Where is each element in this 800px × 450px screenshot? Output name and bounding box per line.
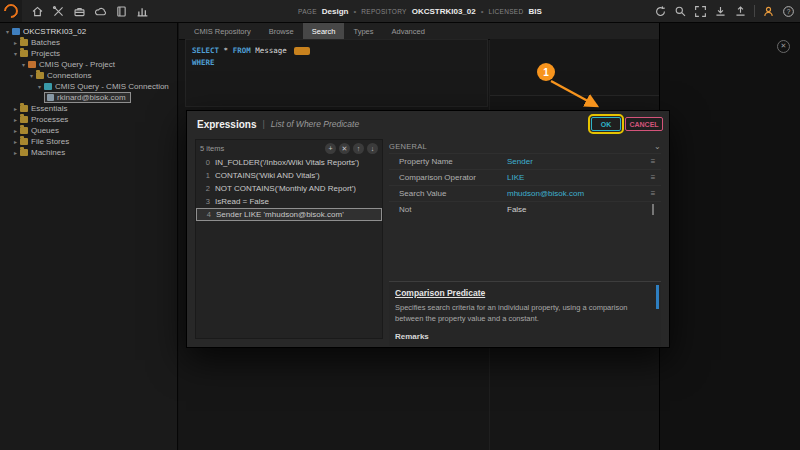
move-down-icon[interactable]: ↓ bbox=[367, 143, 378, 154]
sidebar-item-rkinard[interactable]: rkinard@bisok.com bbox=[0, 92, 177, 103]
tree-item-label: Projects bbox=[31, 49, 60, 58]
sidebar-item-projects[interactable]: ▾ Projects bbox=[0, 48, 177, 59]
property-row[interactable]: Comparison Operator LIKE ≡ bbox=[389, 169, 661, 185]
sidebar-item-connections[interactable]: ▾ Connections bbox=[0, 70, 177, 81]
tree-item-label: Machines bbox=[31, 148, 65, 157]
licensed-value: BIS bbox=[528, 7, 541, 16]
list-item-index: 0 bbox=[198, 158, 210, 167]
expander-icon[interactable]: ▸ bbox=[12, 116, 19, 123]
page-label: PAGE bbox=[298, 8, 317, 15]
briefcase-icon[interactable] bbox=[73, 5, 86, 18]
delete-icon[interactable]: ✕ bbox=[339, 143, 350, 154]
help-scrollbar[interactable] bbox=[656, 285, 659, 309]
tools-icon[interactable] bbox=[52, 5, 65, 18]
cmis-query-editor[interactable]: SELECT * FROM Message WHERE bbox=[185, 39, 488, 107]
list-item-text: IsRead = False bbox=[215, 197, 269, 206]
tab-search[interactable]: Search bbox=[303, 23, 345, 39]
property-label: Search Value bbox=[389, 189, 507, 198]
checkbox-icon[interactable] bbox=[645, 205, 661, 214]
home-icon[interactable] bbox=[31, 5, 44, 18]
sidebar-item-cmis-query-project[interactable]: ▾ CMIS Query - Project bbox=[0, 59, 177, 70]
property-value[interactable]: Sender bbox=[507, 157, 645, 166]
expander-icon[interactable]: ▾ bbox=[4, 28, 11, 35]
sidebar-item-processes[interactable]: ▸ Processes bbox=[0, 114, 177, 125]
book-icon[interactable] bbox=[115, 5, 128, 18]
list-item-text: IN_FOLDER('/Inbox/Wiki Vitals Reports') bbox=[215, 158, 359, 167]
sidebar-item-cmis-query-cmis-connection[interactable]: ▾ CMIS Query - CMIS Connection bbox=[0, 81, 177, 92]
cloud-icon[interactable] bbox=[94, 5, 107, 18]
help-heading: Comparison Predicate bbox=[395, 288, 649, 298]
download-icon[interactable] bbox=[714, 5, 727, 18]
property-section-header[interactable]: GENERAL ⌄ bbox=[389, 139, 661, 153]
expander-icon[interactable]: ▸ bbox=[12, 138, 19, 145]
selected-tree-item[interactable]: rkinard@bisok.com bbox=[44, 92, 131, 103]
list-item[interactable]: 0 IN_FOLDER('/Inbox/Wiki Vitals Reports'… bbox=[196, 156, 382, 169]
expander-icon[interactable]: ▸ bbox=[12, 127, 19, 134]
app-logo[interactable] bbox=[0, 0, 22, 22]
list-toolbar: + ✕ ↑ ↓ bbox=[325, 143, 378, 154]
property-grid: GENERAL ⌄ Property Name Sender ≡ Compari… bbox=[389, 139, 661, 279]
chevron-down-icon[interactable]: ⌄ bbox=[654, 142, 661, 151]
sidebar-item-batches[interactable]: ▸ Batches bbox=[0, 37, 177, 48]
property-label: Not bbox=[389, 205, 507, 214]
property-value[interactable]: False bbox=[507, 205, 645, 214]
property-row[interactable]: Not False bbox=[389, 201, 661, 217]
refresh-icon[interactable] bbox=[654, 5, 667, 18]
property-value[interactable]: mhudson@bisok.com bbox=[507, 189, 645, 198]
add-icon[interactable]: + bbox=[325, 143, 336, 154]
expander-icon[interactable]: ▸ bbox=[12, 149, 19, 156]
tab-label: Browse bbox=[269, 27, 294, 36]
tab-cmis-repository[interactable]: CMIS Repository bbox=[185, 23, 260, 39]
cancel-button[interactable]: CANCEL bbox=[625, 117, 663, 131]
tab-label: Advanced bbox=[391, 27, 424, 36]
ok-button[interactable]: OK bbox=[591, 117, 621, 131]
search-icon[interactable] bbox=[674, 5, 687, 18]
application-window: PAGE Design • REPOSITORY OKCSTRKI03_02 •… bbox=[0, 0, 800, 450]
remarks-text: The comparison predicate takes the gener… bbox=[395, 345, 649, 346]
tab-advanced[interactable]: Advanced bbox=[382, 23, 433, 39]
upload-icon[interactable] bbox=[734, 5, 747, 18]
list-item-selected[interactable]: 4 Sender LIKE 'mhudson@bisok.com' bbox=[196, 208, 382, 221]
fullscreen-icon[interactable] bbox=[694, 5, 707, 18]
list-item[interactable]: 2 NOT CONTAINS('Monthly AND Report') bbox=[196, 182, 382, 195]
sql-keyword: SELECT bbox=[192, 46, 219, 55]
menu-icon[interactable]: ≡ bbox=[645, 189, 661, 198]
tree-item-label: Processes bbox=[31, 115, 68, 124]
property-row[interactable]: Search Value mhudson@bisok.com ≡ bbox=[389, 185, 661, 201]
sql-keyword: FROM bbox=[233, 46, 251, 55]
move-up-icon[interactable]: ↑ bbox=[353, 143, 364, 154]
list-item[interactable]: 3 IsRead = False bbox=[196, 195, 382, 208]
close-icon[interactable]: ✕ bbox=[777, 40, 790, 53]
user-icon[interactable] bbox=[762, 5, 775, 18]
expander-icon[interactable]: ▾ bbox=[12, 50, 19, 57]
dialog-subtitle: List of Where Predicate bbox=[271, 119, 359, 129]
sidebar-item-essentials[interactable]: ▸ Essentials bbox=[0, 103, 177, 114]
folder-icon bbox=[20, 138, 28, 145]
expression-list-panel: 5 items + ✕ ↑ ↓ 0 IN_FOLDER('/Inbox/Wiki… bbox=[195, 139, 383, 339]
tab-browse[interactable]: Browse bbox=[260, 23, 303, 39]
help-icon[interactable]: ? bbox=[782, 5, 795, 18]
sidebar-item-okcstrki03-02[interactable]: ▾ OKCSTRKI03_02 bbox=[0, 26, 177, 37]
menu-icon[interactable]: ≡ bbox=[645, 157, 661, 166]
sidebar-item-machines[interactable]: ▸ Machines bbox=[0, 147, 177, 158]
checkbox[interactable] bbox=[652, 204, 654, 215]
sidebar-item-file-stores[interactable]: ▸ File Stores bbox=[0, 136, 177, 147]
list-item[interactable]: 1 CONTAINS('Wiki AND Vitals') bbox=[196, 169, 382, 182]
expander-icon[interactable]: ▸ bbox=[12, 105, 19, 112]
query-line-1: SELECT * FROM Message bbox=[192, 45, 481, 57]
list-item-index: 2 bbox=[198, 184, 210, 193]
expander-icon[interactable]: ▾ bbox=[28, 72, 35, 79]
menu-icon[interactable]: ≡ bbox=[645, 173, 661, 182]
list-item-index: 1 bbox=[198, 171, 210, 180]
sql-token: * bbox=[224, 46, 229, 55]
expander-icon[interactable]: ▾ bbox=[20, 61, 27, 68]
tab-types[interactable]: Types bbox=[344, 23, 382, 39]
expander-icon[interactable]: ▾ bbox=[36, 83, 43, 90]
sidebar-item-queues[interactable]: ▸ Queues bbox=[0, 125, 177, 136]
property-value[interactable]: LIKE bbox=[507, 173, 645, 182]
property-row[interactable]: Property Name Sender ≡ bbox=[389, 153, 661, 169]
expander-icon[interactable]: ▸ bbox=[12, 39, 19, 46]
sql-table-name: Message bbox=[255, 46, 287, 55]
bar-chart-icon[interactable] bbox=[136, 5, 149, 18]
sql-keyword: WHERE bbox=[192, 58, 215, 67]
